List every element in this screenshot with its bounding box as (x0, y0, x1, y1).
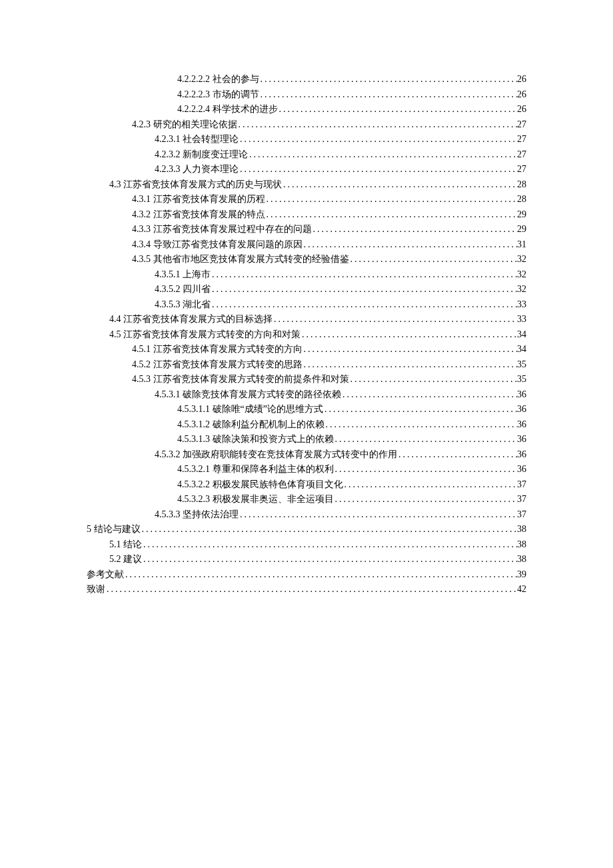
toc-entry: 4.5 江苏省竞技体育发展方式转变的方向和对策.................… (87, 327, 526, 343)
toc-entry-label: 4.5.1 江苏省竞技体育发展方式转变的方向 (132, 342, 303, 357)
toc-entry-page: 35 (517, 357, 526, 373)
toc-entry-number: 4.5.3.3 (155, 509, 181, 519)
toc-entry-title: 上海市 (183, 269, 211, 279)
toc-entry-title: 江苏省竞技体育发展方式的目标选择 (123, 314, 273, 324)
toc-entry-title: 研究的相关理论依据 (153, 119, 237, 129)
toc-entry-title: 破除竞技体育发展方式转变的路径依赖 (183, 389, 341, 399)
toc-entry-label: 4.5.3.2.1 尊重和保障各利益主体的权利 (177, 462, 334, 477)
toc-entry-number: 4.4 (109, 314, 121, 324)
toc-leader-dots: ........................................… (211, 282, 517, 297)
toc-leader-dots: ........................................… (273, 312, 517, 327)
toc-leader-dots: ........................................… (303, 357, 518, 373)
toc-entry-number: 5 (87, 524, 91, 534)
toc-entry-title: 致谢 (87, 584, 105, 594)
toc-entry-number: 4.5.3.1 (155, 389, 181, 399)
toc-entry: 4.2.3.3 人力资本理论..........................… (87, 162, 526, 177)
toc-leader-dots: ........................................… (142, 537, 517, 553)
toc-entry-label: 4.5.3.2 加强政府职能转变在竞技体育发展方式转变中的作用 (155, 447, 397, 463)
toc-entry-page: 26 (517, 87, 526, 103)
toc-entry-title: 市场的调节 (213, 89, 259, 99)
toc-entry-page: 27 (517, 117, 526, 133)
toc-entry-label: 4.2.3.2 新制度变迁理论 (155, 147, 248, 163)
toc-leader-dots: ........................................… (312, 222, 518, 237)
toc-entry-title: 江苏省竞技体育发展的特点 (153, 209, 265, 219)
toc-entry: 4.5.3.3 坚持依法治理..........................… (87, 507, 526, 523)
toc-leader-dots: ........................................… (239, 162, 517, 177)
toc-entry-title: 人力资本理论 (183, 164, 239, 174)
toc-entry: 4.3.3 江苏省竞技体育发展过程中存在的问题.................… (87, 222, 526, 237)
toc-entry-page: 34 (517, 342, 526, 357)
toc-entry: 4.3.4 导致江苏省竞技体育发展问题的原因..................… (87, 237, 526, 253)
toc-entry-page: 28 (517, 192, 526, 207)
toc-leader-dots: ........................................… (239, 507, 517, 523)
toc-entry: 4.2.3 研究的相关理论依据.........................… (87, 117, 526, 133)
toc-entry-label: 4.5.3 江苏省竞技体育发展方式转变的前提条件和对策 (132, 372, 349, 387)
toc-entry-page: 38 (517, 552, 526, 567)
toc-leader-dots: ........................................… (141, 522, 518, 537)
toc-entry: 4.2.3.1 社会转型理论..........................… (87, 132, 526, 147)
toc-entry: 4.4 江苏省竞技体育发展方式的目标选择....................… (87, 312, 526, 327)
toc-entry-label: 5.2 建议 (109, 552, 142, 567)
toc-entry-label: 5.1 结论 (109, 537, 142, 553)
toc-entry-title: 结论 (123, 539, 142, 549)
toc-entry-page: 29 (517, 222, 526, 237)
toc-entry-number: 4.5 (109, 329, 121, 339)
toc-entry-label: 4.3.5.2 四川省 (155, 282, 211, 297)
toc-entry-page: 32 (517, 282, 526, 297)
toc-entry: 4.2.3.2 新制度变迁理论.........................… (87, 147, 526, 163)
toc-leader-dots: ........................................… (397, 447, 517, 463)
toc-entry-title: 江苏省竞技体育发展过程中存在的问题 (153, 224, 312, 234)
toc-entry-title: 江苏省竞技体育发展方式转变的思路 (153, 359, 303, 369)
toc-leader-dots: ........................................… (248, 147, 517, 163)
toc-entry-title: 破除决策和投资方式上的依赖 (213, 434, 334, 444)
toc-entry-page: 38 (517, 537, 526, 553)
toc-entry-page: 36 (517, 387, 526, 403)
toc-entry-title: 江苏省竞技体育发展方式转变的前提条件和对策 (153, 374, 349, 384)
toc-entry-page: 27 (517, 132, 526, 147)
table-of-contents: 4.2.2.2.2 社会的参与.........................… (87, 72, 526, 597)
toc-entry-label: 4.2.3.1 社会转型理论 (155, 132, 239, 147)
toc-leader-dots: ........................................… (323, 402, 517, 417)
toc-entry-number: 4.3.2 (132, 209, 151, 219)
toc-entry-page: 26 (517, 102, 526, 117)
toc-entry-page: 37 (517, 492, 526, 507)
toc-leader-dots: ........................................… (265, 207, 518, 223)
toc-entry-number: 4.2.2.2.3 (177, 89, 210, 99)
toc-entry-title: 新制度变迁理论 (183, 149, 248, 159)
toc-entry-number: 4.5.3.2.2 (177, 479, 210, 489)
toc-entry: 4.5.3.1.3 破除决策和投资方式上的依赖.................… (87, 432, 526, 447)
toc-leader-dots: ........................................… (237, 117, 518, 133)
toc-entry: 4.3 江苏省竞技体育发展方式的历史与现状...................… (87, 177, 526, 193)
toc-leader-dots: ........................................… (239, 132, 517, 147)
toc-entry-title: 江苏省竞技体育发展的历程 (153, 194, 265, 204)
toc-entry-label: 4.2.3.3 人力资本理论 (155, 162, 239, 177)
toc-entry-number: 4.3 (109, 179, 121, 189)
toc-entry-title: 社会的参与 (213, 74, 259, 84)
toc-entry-number: 4.5.3.2.1 (177, 464, 210, 474)
toc-entry-number: 4.3.3 (132, 224, 151, 234)
toc-entry: 4.2.2.2.2 社会的参与.........................… (87, 72, 526, 87)
toc-entry-label: 4.3.5 其他省市地区竞技体育发展方式转变的经验借鉴 (132, 252, 349, 267)
toc-entry-title: 坚持依法治理 (183, 509, 239, 519)
toc-entry-title: 积极发展民族特色体育项目文化 (213, 479, 343, 489)
toc-entry-title: 参考文献 (87, 569, 124, 579)
toc-entry-title: 江苏省竞技体育发展方式转变的方向和对策 (123, 329, 301, 339)
toc-entry-title: 社会转型理论 (183, 134, 239, 144)
toc-leader-dots: ........................................… (259, 87, 518, 103)
toc-entry: 4.5.3.1.2 破除利益分配机制上的依赖..................… (87, 417, 526, 433)
toc-leader-dots: ........................................… (105, 582, 517, 597)
toc-leader-dots: ........................................… (303, 342, 518, 357)
toc-entry-title: 建议 (123, 554, 142, 564)
toc-entry-number: 4.2.3 (132, 119, 151, 129)
toc-entry-title: 江苏省竞技体育发展方式的历史与现状 (123, 179, 282, 189)
toc-entry-label: 4.2.2.2.3 市场的调节 (177, 87, 259, 103)
toc-entry: 4.5.3.2.2 积极发展民族特色体育项目文化................… (87, 477, 526, 493)
toc-entry-label: 4.5.3.1 破除竞技体育发展方式转变的路径依赖 (155, 387, 341, 403)
toc-entry: 4.5.2 江苏省竞技体育发展方式转变的思路..................… (87, 357, 526, 373)
toc-leader-dots: ........................................… (324, 417, 518, 433)
toc-entry-label: 4.3.4 导致江苏省竞技体育发展问题的原因 (132, 237, 303, 253)
toc-entry-page: 36 (517, 402, 526, 417)
toc-entry-label: 4.5.3.2.2 积极发展民族特色体育项目文化 (177, 477, 343, 493)
toc-entry-title: 积极发展非奥运、非全运项目 (213, 494, 334, 504)
toc-entry-label: 4.2.3 研究的相关理论依据 (132, 117, 237, 133)
